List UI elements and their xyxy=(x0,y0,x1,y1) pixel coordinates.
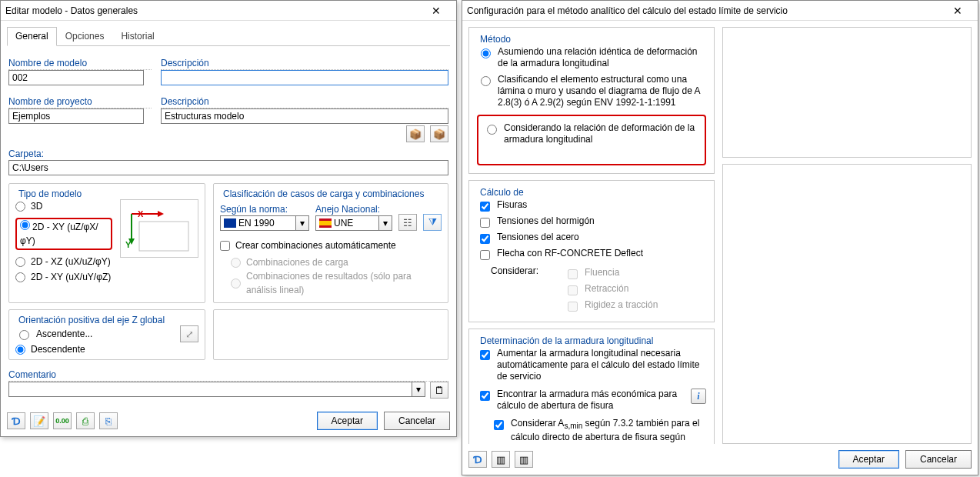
units-icon: 0.00 xyxy=(55,417,69,425)
calc-deflect[interactable]: Flecha con RF-CONCRETE Deflect xyxy=(477,248,706,262)
method-opt-3[interactable]: Considerando la relación de deformación … xyxy=(483,122,700,145)
group-calc: Cálculo de xyxy=(477,187,527,198)
chevron-down-icon[interactable]: ▾ xyxy=(379,215,392,231)
preview-box-top xyxy=(722,27,972,158)
help-button[interactable]: Ɗ xyxy=(7,412,25,429)
edit-model-dialog: Editar modelo - Datos generales ✕ Genera… xyxy=(0,0,457,437)
label-comment: Comentario xyxy=(8,369,448,382)
consider-fluencia: Fluencia xyxy=(565,267,658,282)
label-folder: Carpeta: xyxy=(8,148,448,160)
document-icon: 📝 xyxy=(33,415,45,427)
titlebar[interactable]: Configuración para el método analítico d… xyxy=(462,1,978,21)
funnel-icon: ⧩ xyxy=(428,216,437,228)
close-icon[interactable]: ✕ xyxy=(421,2,452,19)
svg-rect-4 xyxy=(139,222,188,251)
close-icon[interactable]: ✕ xyxy=(942,2,973,19)
det-economica[interactable]: Encontrar la armadura más económica para… xyxy=(477,389,706,412)
comb-res-radio: Combinaciones de resultados (sólo para a… xyxy=(231,269,442,297)
units-button[interactable]: 0.00 xyxy=(53,412,72,429)
chevron-down-icon[interactable]: ▾ xyxy=(296,215,309,231)
group-method: Método xyxy=(477,34,514,45)
dialog-title: Editar modelo - Datos generales xyxy=(5,5,421,16)
import-button[interactable]: ⎘ xyxy=(99,412,118,429)
z-ascending-radio[interactable]: Ascendente... ⤢ xyxy=(15,325,198,342)
label-project-name: Nombre de proyecto xyxy=(8,96,152,108)
accept-button[interactable]: Aceptar xyxy=(317,412,378,430)
det-asmin[interactable]: Considerar As,min según 7.3.2 también pa… xyxy=(491,418,706,444)
project-name-input[interactable] xyxy=(8,108,144,124)
det-asmin-label: Considerar As,min según 7.3.2 también pa… xyxy=(511,418,706,444)
annex-filter-button[interactable]: ⧩ xyxy=(423,214,442,231)
folder-new-button[interactable]: 📦 xyxy=(430,125,448,142)
model-type-2d-xy-uz[interactable]: 2D - XY (uZ/φX/φY) xyxy=(15,218,112,250)
table-icon: ☷ xyxy=(403,217,412,228)
norm-select[interactable]: EN 1990 xyxy=(220,215,296,231)
preview-box-bottom xyxy=(722,164,972,444)
model-type-2d-xy-ux[interactable]: 2D - XY (uX/uY/φZ) xyxy=(15,270,112,284)
toolbar-btn-2[interactable]: ▥ xyxy=(515,451,533,468)
help-button[interactable]: Ɗ xyxy=(468,451,487,468)
titlebar[interactable]: Editar modelo - Datos generales ✕ xyxy=(1,1,456,21)
label-project-desc: Descripción xyxy=(161,96,448,108)
z-ascending-button[interactable]: ⤢ xyxy=(180,325,198,342)
axis-diagram: X Y xyxy=(120,199,198,258)
label-annex: Anejo Nacional: xyxy=(315,204,392,215)
model-type-3d[interactable]: 3D xyxy=(15,199,112,213)
annex-select[interactable]: UNE xyxy=(315,215,379,231)
accept-button[interactable]: Aceptar xyxy=(838,450,899,469)
comb-carga-radio: Combinaciones de carga xyxy=(231,255,442,269)
folder-input[interactable] xyxy=(8,160,448,175)
tab-options[interactable]: Opciones xyxy=(57,27,113,46)
group-z-orientation: Orientación positiva del eje Z global xyxy=(15,315,168,325)
det-aumentar[interactable]: Aumentar la armadura longitudinal necesa… xyxy=(477,348,706,382)
box-open-icon: 📦 xyxy=(409,128,422,140)
method-opt-1[interactable]: Asumiendo una relación idéntica de defor… xyxy=(477,46,706,69)
tab-history[interactable]: Historial xyxy=(112,27,162,46)
consider-rigidez: Rigidez a tracción xyxy=(565,299,658,314)
arrows-icon: ⤢ xyxy=(185,329,194,340)
flag-es-icon xyxy=(319,218,332,228)
label-model-name: Nombre de modelo xyxy=(8,58,152,70)
model-name-input[interactable] xyxy=(8,70,144,85)
calc-acero[interactable]: Tensiones del acero xyxy=(477,232,706,246)
group-model-type: Tipo de modelo xyxy=(15,188,85,199)
export-icon: ⎙ xyxy=(82,415,88,427)
cancel-button[interactable]: Cancelar xyxy=(384,412,450,430)
help-icon: Ɗ xyxy=(474,454,482,465)
flag-eu-icon xyxy=(224,218,236,228)
note-icon: 🗒 xyxy=(435,385,445,396)
info-icon[interactable]: i xyxy=(691,389,706,404)
label-model-desc: Descripción xyxy=(161,58,448,70)
folder-open-button[interactable]: 📦 xyxy=(406,125,425,142)
columns-icon: ▥ xyxy=(519,454,528,465)
toolbar-btn-1[interactable]: ▥ xyxy=(492,451,510,468)
label-norm: Según la norma: xyxy=(220,204,309,215)
label-consider: Considerar: xyxy=(491,265,565,314)
project-desc-input[interactable] xyxy=(161,108,448,124)
comment-pick-button[interactable]: 🗒 xyxy=(430,382,448,399)
box-icon: 📦 xyxy=(433,128,445,140)
dialog-title: Configuración para el método analítico d… xyxy=(467,5,942,16)
columns-icon: ▥ xyxy=(496,454,505,465)
svg-marker-1 xyxy=(158,211,164,217)
cancel-button[interactable]: Cancelar xyxy=(905,450,972,469)
consider-retraccion: Retracción xyxy=(565,283,658,298)
calc-fisuras[interactable]: Fisuras xyxy=(477,199,706,214)
chevron-down-icon[interactable]: ▾ xyxy=(412,382,425,397)
comment-input[interactable] xyxy=(8,382,412,397)
model-desc-input[interactable] xyxy=(161,70,448,85)
z-descending-radio[interactable]: Descendente xyxy=(15,342,198,356)
notes-button[interactable]: 📝 xyxy=(30,412,48,429)
model-type-2d-xz[interactable]: 2D - XZ (uX/uZ/φY) xyxy=(15,255,112,269)
method-opt-2[interactable]: Clasificando el elemento estructural com… xyxy=(477,74,706,108)
tab-bar: General Opciones Historial xyxy=(7,27,450,46)
norm-settings-button[interactable]: ☷ xyxy=(398,214,417,231)
auto-comb-check[interactable]: Crear combinaciones automáticamente xyxy=(220,239,442,252)
export-button[interactable]: ⎙ xyxy=(76,412,95,429)
analytical-method-dialog: Configuración para el método analítico d… xyxy=(462,0,978,475)
import-icon: ⎘ xyxy=(105,415,112,427)
calc-hormigon[interactable]: Tensiones del hormigón xyxy=(477,215,706,230)
tab-general[interactable]: General xyxy=(7,27,57,46)
help-icon: Ɗ xyxy=(12,415,21,427)
group-classification: Clasificación de casos de carga y combin… xyxy=(220,188,427,199)
